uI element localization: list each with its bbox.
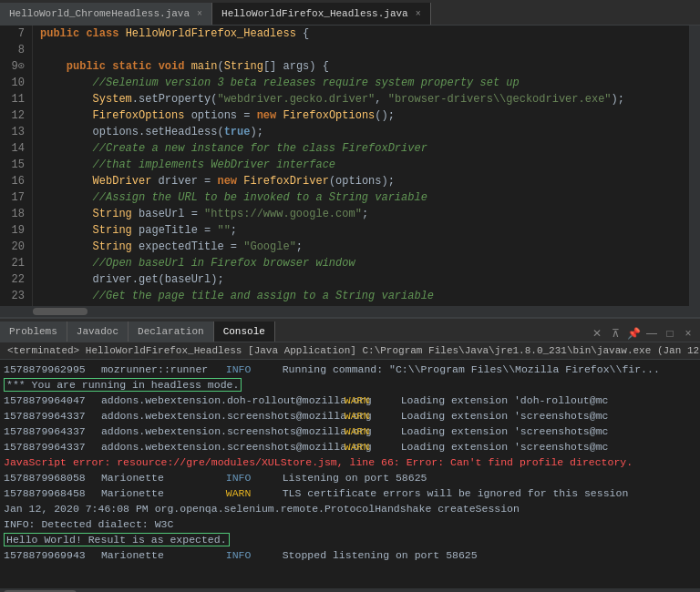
editor-vertical-scrollbar[interactable] <box>689 26 700 306</box>
code-line-21: //Open baseUrl in Firefox browser window <box>40 255 682 271</box>
console-line-2: *** You are running in headless mode. <box>4 377 696 393</box>
console-line-12: Hello World! Result is as expected. <box>4 532 696 547</box>
maximize-button[interactable]: □ <box>662 325 678 342</box>
console-horizontal-scrollbar[interactable] <box>0 588 700 592</box>
console-line-1: 1578879962995 mozrunner::runner INFO Run… <box>4 362 696 377</box>
code-line-23: //Get the page title and assign to a Str… <box>40 288 682 304</box>
console-line-9: 1578879968458 Marionette WARN TLS certif… <box>4 485 696 501</box>
console-line-3: 1578879964047 addons.webextension.doh-ro… <box>4 393 696 408</box>
bottom-tab-bar: Problems Javadoc Declaration Console ✕ ⊼… <box>0 319 700 342</box>
tab-firefoxhead[interactable]: HelloWorldFirefox_Headless.java × <box>212 3 431 25</box>
editor-area: 7 8 9⊙ 10 11 12 13 14 15 16 17 18 19 20 … <box>0 26 700 306</box>
code-line-7: public class HelloWorldFirefox_Headless … <box>40 26 682 42</box>
code-line-8 <box>40 42 682 58</box>
code-line-15: //that implements WebDriver interface <box>40 157 682 173</box>
tab-chrome-close[interactable]: × <box>197 9 202 19</box>
tab-javadoc[interactable]: Javadoc <box>67 322 129 342</box>
close-panel-button[interactable]: × <box>680 325 696 342</box>
console-line-7: JavaScript error: resource://gre/modules… <box>4 454 696 470</box>
code-line-20: String expectedTitle = "Google"; <box>40 239 682 255</box>
tab-chrome-label: HelloWorld_ChromeHeadless.java <box>9 8 190 19</box>
code-line-11: System.setProperty("webdriver.gecko.driv… <box>40 91 682 107</box>
console-header: <terminated> HelloWorldFirefox_Headless … <box>0 342 700 360</box>
code-line-14: //Create a new instance for the class Fi… <box>40 140 682 157</box>
bottom-tabs-list: Problems Javadoc Declaration Console <box>0 319 275 342</box>
console-line-13: 1578879969943 Marionette INFO Stopped li… <box>4 547 696 563</box>
code-line-13: options.setHeadless(true); <box>40 124 682 140</box>
console-line-6: 1578879964337 addons.webextension.screen… <box>4 439 696 454</box>
editor-tab-bar: HelloWorld_ChromeHeadless.java × HelloWo… <box>0 0 700 26</box>
code-line-10: //Selenium version 3 beta releases requi… <box>40 75 682 91</box>
code-line-12: FirefoxOptions options = new FirefoxOpti… <box>40 107 682 124</box>
tab-firefox-label: HelloWorldFirefox_Headless.java <box>221 8 408 19</box>
code-content[interactable]: public class HelloWorldFirefox_Headless … <box>33 26 689 306</box>
tab-problems[interactable]: Problems <box>0 322 67 342</box>
pin-button[interactable]: 📌 <box>625 325 642 342</box>
console-line-5: 1578879964337 addons.webextension.screen… <box>4 424 696 439</box>
minimize-button[interactable]: — <box>643 325 660 342</box>
code-line-19: String pageTitle = ""; <box>40 222 682 239</box>
line-numbers: 7 8 9⊙ 10 11 12 13 14 15 16 17 18 19 20 … <box>0 26 33 306</box>
editor-horizontal-scrollbar[interactable] <box>0 306 700 317</box>
clear-console-button[interactable]: ✕ <box>589 325 605 342</box>
bottom-panel: Problems Javadoc Declaration Console ✕ ⊼… <box>0 317 700 592</box>
console-toolbar: ✕ ⊼ 📌 — □ × <box>585 325 700 342</box>
code-line-22: driver.get(baseUrl); <box>40 271 682 288</box>
scroll-lock-button[interactable]: ⊼ <box>607 325 623 342</box>
code-line-18: String baseUrl = "https://www.google.com… <box>40 206 682 222</box>
code-line-17: //Assign the URL to be invoked to a Stri… <box>40 189 682 206</box>
console-line-8: 1578879968058 Marionette INFO Listening … <box>4 470 696 485</box>
console-line-10: Jan 12, 2020 7:46:08 PM org.openqa.selen… <box>4 501 696 516</box>
tab-console[interactable]: Console <box>214 322 275 342</box>
code-line-16: WebDriver driver = new FirefoxDriver(opt… <box>40 173 682 189</box>
tab-firefox-close[interactable]: × <box>416 9 421 19</box>
tab-chromehead[interactable]: HelloWorld_ChromeHeadless.java × <box>0 3 212 25</box>
code-line-24: pageTitle = driver.getTitle(); <box>40 304 682 306</box>
h-scroll-thumb[interactable] <box>33 308 88 315</box>
code-line-9: public static void main(String[] args) { <box>40 58 682 75</box>
console-line-4: 1578879964337 addons.webextension.screen… <box>4 408 696 424</box>
console-output: 1578879962995 mozrunner::runner INFO Run… <box>0 360 700 588</box>
tab-declaration[interactable]: Declaration <box>129 322 214 342</box>
console-line-11: INFO: Detected dialect: W3C <box>4 516 696 532</box>
